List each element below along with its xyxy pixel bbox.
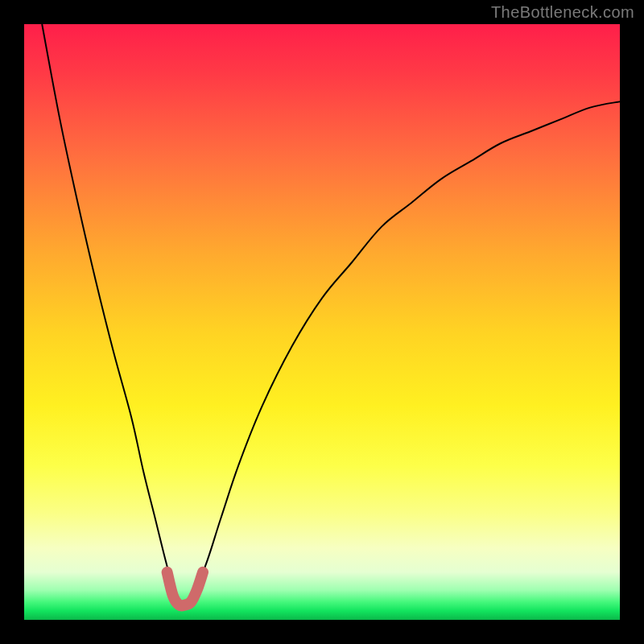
marker-path — [167, 572, 203, 606]
chart-frame: TheBottleneck.com — [0, 0, 644, 644]
curves-svg — [24, 24, 620, 620]
bottleneck-curve — [42, 24, 620, 604]
curve-path — [42, 24, 620, 604]
watermark-text: TheBottleneck.com — [491, 3, 634, 22]
plot-area — [24, 24, 620, 620]
optimal-marker — [167, 572, 203, 606]
